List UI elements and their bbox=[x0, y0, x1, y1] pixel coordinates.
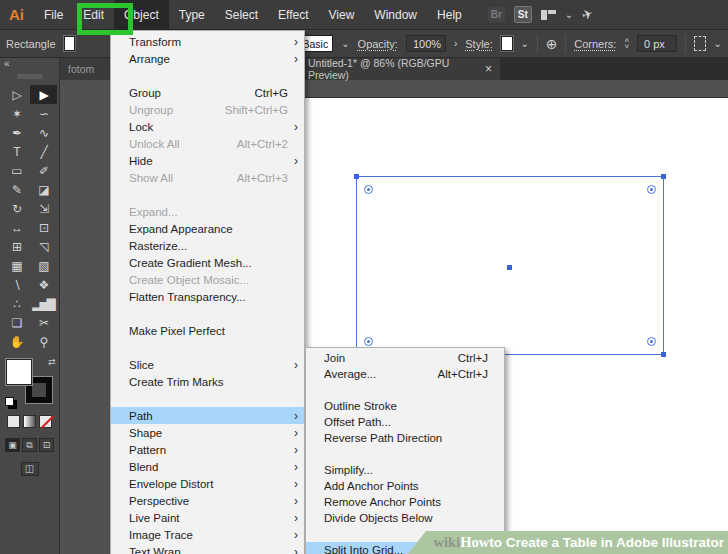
perspective-grid-tool[interactable]: ◹ bbox=[30, 237, 57, 256]
menu-item-remove-anchor-points[interactable]: Remove Anchor Points bbox=[306, 494, 504, 510]
pencil-tool[interactable]: ✎ bbox=[3, 180, 30, 199]
symbol-sprayer-tool[interactable]: ∴ bbox=[3, 294, 30, 313]
swap-fill-stroke-icon[interactable]: ⇄ bbox=[48, 357, 56, 367]
shape-builder-tool[interactable]: ⊞ bbox=[3, 237, 30, 256]
menu-item-offset-path[interactable]: Offset Path... bbox=[306, 414, 504, 430]
pen-tool[interactable]: ✒ bbox=[3, 123, 30, 142]
none-mode-button[interactable] bbox=[39, 415, 52, 428]
close-tab-icon[interactable]: × bbox=[485, 64, 492, 74]
menu-item-file[interactable]: File bbox=[34, 0, 73, 30]
menu-item-perspective[interactable]: Perspective bbox=[111, 492, 304, 509]
opacity-label[interactable]: Opacity: bbox=[358, 38, 398, 50]
bridge-icon[interactable]: Br bbox=[488, 7, 505, 22]
default-fill-stroke-icon[interactable] bbox=[5, 397, 14, 406]
menu-item-group[interactable]: Group Ctrl+G bbox=[111, 84, 304, 101]
width-tool[interactable]: ↔ bbox=[3, 218, 30, 237]
paintbrush-tool[interactable]: ✐ bbox=[30, 161, 57, 180]
selection-tool[interactable]: ▶ bbox=[30, 85, 57, 104]
workspace-switcher-icon[interactable] bbox=[541, 10, 556, 20]
menu-item-select[interactable]: Select bbox=[215, 0, 268, 30]
style-label[interactable]: Style: bbox=[465, 38, 493, 50]
menu-item-view[interactable]: View bbox=[319, 0, 365, 30]
selected-rectangle[interactable] bbox=[356, 176, 664, 355]
gradient-mode-button[interactable] bbox=[23, 415, 36, 428]
bounding-box-options-icon[interactable] bbox=[694, 36, 706, 51]
hand-tool[interactable]: ✋ bbox=[3, 332, 30, 351]
chevron-down-icon[interactable]: ⌄ bbox=[521, 38, 529, 49]
menu-item-help[interactable]: Help bbox=[427, 0, 472, 30]
scale-tool[interactable]: ⇲ bbox=[30, 199, 57, 218]
draw-behind-button[interactable]: ⧉ bbox=[22, 438, 37, 452]
active-document-tab[interactable]: Untitled-1* @ 86% (RGB/GPU Preview) × bbox=[300, 58, 500, 80]
menu-item-add-anchor-points[interactable]: Add Anchor Points bbox=[306, 478, 504, 494]
menu-item-arrange[interactable]: Arrange bbox=[111, 50, 304, 67]
chevron-down-icon[interactable]: ⌄ bbox=[714, 38, 722, 49]
zoom-tool[interactable]: ⚲ bbox=[30, 332, 57, 351]
type-tool[interactable]: T bbox=[3, 142, 30, 161]
menu-item-divide-objects-below[interactable]: Divide Objects Below bbox=[306, 510, 504, 526]
chevron-right-icon[interactable]: › bbox=[454, 38, 457, 49]
free-transform-tool[interactable]: ⊡ bbox=[30, 218, 57, 237]
gradient-tool[interactable]: ▧ bbox=[30, 256, 57, 275]
menu-item-shape[interactable]: Shape bbox=[111, 424, 304, 441]
corners-stepper[interactable]: ˄ ˅ bbox=[624, 38, 629, 50]
menu-item-path[interactable]: Path bbox=[111, 407, 304, 424]
stepper-down-icon[interactable]: ˅ bbox=[624, 44, 629, 50]
menu-item-make-pixel-perfect[interactable]: Make Pixel Perfect bbox=[111, 322, 304, 339]
live-corner-widget-bottom-right[interactable] bbox=[647, 337, 656, 346]
fill-color-swatch[interactable] bbox=[64, 36, 76, 51]
corners-label[interactable]: Corners: bbox=[574, 38, 616, 50]
stock-icon[interactable]: St bbox=[514, 6, 532, 23]
eraser-tool[interactable]: ◪ bbox=[30, 180, 57, 199]
blend-tool[interactable]: ❖ bbox=[30, 275, 57, 294]
rotate-tool[interactable]: ↻ bbox=[3, 199, 30, 218]
menu-item-transform[interactable]: Transform bbox=[111, 33, 304, 50]
direct-selection-tool[interactable]: ▷ bbox=[3, 85, 30, 104]
live-corner-widget-top-left[interactable] bbox=[364, 185, 373, 194]
line-segment-tool[interactable]: ╱ bbox=[30, 142, 57, 161]
menu-item-window[interactable]: Window bbox=[364, 0, 427, 30]
menu-item-slice[interactable]: Slice bbox=[111, 356, 304, 373]
mesh-tool[interactable]: ▦ bbox=[3, 256, 30, 275]
menu-item-type[interactable]: Type bbox=[169, 0, 215, 30]
menu-item-lock[interactable]: Lock bbox=[111, 118, 304, 135]
menu-item-text-wrap[interactable]: Text Wrap bbox=[111, 543, 304, 554]
share-icon[interactable]: ✈ bbox=[580, 6, 595, 24]
selection-handle-bottom-right[interactable] bbox=[661, 352, 666, 357]
draw-normal-button[interactable]: ▣ bbox=[5, 438, 20, 452]
chevron-down-icon[interactable]: ⌄ bbox=[341, 38, 349, 49]
rectangle-tool[interactable]: ▭ bbox=[3, 161, 30, 180]
menu-item-join[interactable]: Join Ctrl+J bbox=[306, 350, 504, 366]
panel-grip-handle[interactable] bbox=[17, 74, 43, 79]
collapse-panel-icon[interactable]: « bbox=[0, 58, 59, 72]
selection-handle-top-right[interactable] bbox=[661, 174, 666, 179]
screen-mode-button[interactable]: ◫ bbox=[21, 462, 39, 476]
live-corner-widget-top-right[interactable] bbox=[647, 185, 656, 194]
live-corner-widget-bottom-left[interactable] bbox=[364, 337, 373, 346]
column-graph-tool[interactable]: ▂▅▇ bbox=[30, 294, 57, 313]
lasso-tool[interactable]: ∽ bbox=[30, 104, 57, 123]
globe-icon[interactable]: ⊕ bbox=[546, 36, 558, 52]
menu-item-hide[interactable]: Hide bbox=[111, 152, 304, 169]
fill-swatch[interactable] bbox=[6, 359, 32, 385]
eyedropper-tool[interactable]: ∖ bbox=[3, 275, 30, 294]
menu-item-outline-stroke[interactable]: Outline Stroke bbox=[306, 398, 504, 414]
curvature-tool[interactable]: ∿ bbox=[30, 123, 57, 142]
menu-item-average[interactable]: Average... Alt+Ctrl+J bbox=[306, 366, 504, 382]
opacity-input[interactable]: 100% bbox=[406, 35, 446, 52]
menu-item-image-trace[interactable]: Image Trace bbox=[111, 526, 304, 543]
menu-item-create-trim-marks[interactable]: Create Trim Marks bbox=[111, 373, 304, 390]
style-swatch[interactable] bbox=[501, 36, 513, 51]
chevron-down-icon[interactable]: ⌄ bbox=[565, 9, 573, 20]
draw-inside-button[interactable]: ⊡ bbox=[39, 438, 54, 452]
menu-item-create-gradient-mesh[interactable]: Create Gradient Mesh... bbox=[111, 254, 304, 271]
menu-item-flatten-transparency[interactable]: Flatten Transparency... bbox=[111, 288, 304, 305]
slice-tool[interactable]: ✂ bbox=[30, 313, 57, 332]
artboard-tool[interactable]: ❏ bbox=[3, 313, 30, 332]
menu-item-pattern[interactable]: Pattern bbox=[111, 441, 304, 458]
menu-item-simplify[interactable]: Simplify... bbox=[306, 462, 504, 478]
menu-item-reverse-path-direction[interactable]: Reverse Path Direction bbox=[306, 430, 504, 446]
menu-item-envelope-distort[interactable]: Envelope Distort bbox=[111, 475, 304, 492]
menu-item-effect[interactable]: Effect bbox=[268, 0, 318, 30]
selection-handle-top-left[interactable] bbox=[354, 174, 359, 179]
